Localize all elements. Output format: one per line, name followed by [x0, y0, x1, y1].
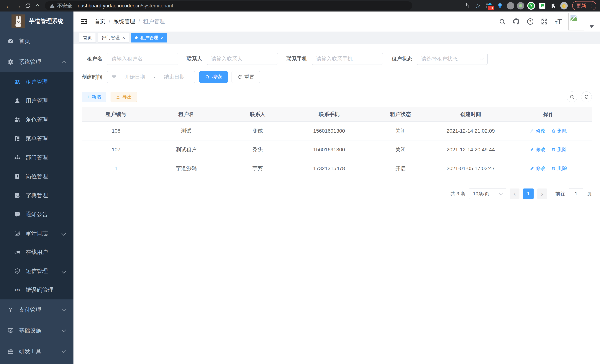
sidebar-item-role[interactable]: 角色管理 [0, 110, 74, 129]
sidebar-item-pay[interactable]: ¥ 支付管理 [0, 299, 74, 320]
browser-back-icon[interactable]: ← [4, 1, 13, 10]
chevron-down-icon [499, 191, 503, 195]
tab-tenant[interactable]: 租户管理 × [131, 33, 167, 42]
code-icon: </> [14, 287, 20, 293]
trash-icon [551, 147, 556, 152]
sidebar-item-home[interactable]: 首页 [0, 31, 74, 52]
table-row: 107 测试租户 秃头 15601691300 关闭 2021-12-14 20… [82, 140, 592, 159]
tenant-name-input[interactable] [107, 53, 178, 65]
browser-reload-icon[interactable] [23, 1, 33, 10]
page-number-current[interactable]: 1 [523, 188, 534, 199]
date-end-placeholder[interactable]: 结束日期 [158, 74, 191, 81]
browser-forward-icon[interactable]: → [13, 1, 23, 10]
goto-page-input[interactable] [569, 188, 583, 199]
users-icon [14, 79, 20, 85]
date-start-placeholder[interactable]: 开始日期 [118, 74, 151, 81]
sidebar-toggle-icon[interactable] [80, 18, 88, 25]
header-search-icon[interactable] [499, 18, 506, 25]
sidebar-item-error-code[interactable]: </> 错误码管理 [0, 280, 74, 299]
search-icon [205, 75, 210, 79]
mobile-input[interactable] [312, 53, 383, 65]
page-size-select[interactable]: 10条/页 [469, 188, 506, 199]
sidebar-item-system[interactable]: 系统管理 [0, 52, 74, 72]
sidebar-item-notice[interactable]: 通知公告 [0, 205, 74, 224]
sidebar-item-user[interactable]: 用户管理 [0, 91, 74, 110]
user-icon [14, 98, 20, 104]
help-icon[interactable]: ? [526, 18, 534, 25]
sidebar-submenu-system: 租户管理 用户管理 角色管理 菜单管理 部门管理 [0, 72, 74, 299]
edit-pen-icon [530, 166, 534, 170]
sidebar-item-label: 系统管理 [19, 58, 41, 66]
shield-check-icon [14, 268, 20, 274]
sidebar-item-audit-log[interactable]: 审计日志 [0, 224, 74, 243]
export-button[interactable]: 导出 [111, 92, 137, 102]
share-icon[interactable] [462, 1, 471, 10]
extension-chat-icon[interactable] [538, 1, 547, 10]
user-menu-caret-icon[interactable] [590, 25, 594, 28]
tab-home[interactable]: 首页 [79, 33, 96, 42]
filter-label: 联系手机 [286, 55, 307, 62]
github-icon[interactable] [512, 18, 520, 25]
next-page-button[interactable]: › [537, 188, 547, 199]
col-tenant-name: 租户名 [150, 107, 222, 122]
sidebar-item-dept[interactable]: 部门管理 [0, 148, 74, 167]
fullscreen-icon[interactable] [541, 18, 548, 25]
extension-y-icon[interactable]: Y [527, 1, 535, 10]
edit-link[interactable]: 修改 [530, 146, 545, 153]
dashboard-icon [7, 38, 14, 44]
sidebar-item-tenant[interactable]: 租户管理 [0, 72, 74, 91]
date-range-picker[interactable]: 开始日期 - 结束日期 [107, 71, 195, 83]
breadcrumb-home[interactable]: 首页 [95, 18, 105, 25]
svg-text:Y: Y [530, 4, 533, 8]
sidebar-item-menu[interactable]: 菜单管理 [0, 129, 74, 148]
profile-avatar-icon[interactable]: ☻ [560, 2, 568, 9]
contact-input[interactable] [207, 53, 278, 65]
delete-link[interactable]: 删除 [551, 165, 567, 172]
cell-tenant-id: 107 [82, 140, 150, 159]
edit-link[interactable]: 修改 [530, 128, 545, 134]
extension-tabs-icon[interactable]: 10 [485, 1, 493, 10]
screen: ← → ⌂ ! 不安全 dashboard.yudao.iocoder.cn/s… [0, 0, 600, 364]
search-button[interactable]: 搜索 [199, 71, 228, 83]
reset-button[interactable]: 重置 [232, 71, 260, 83]
browser-menu-icon[interactable]: ⋮ [589, 3, 594, 9]
browser-home-icon[interactable]: ⌂ [33, 1, 42, 10]
col-created: 创建时间 [436, 107, 505, 122]
sidebar-item-online-users[interactable]: 在线用户 [0, 243, 74, 261]
prev-page-button[interactable]: ‹ [510, 188, 519, 199]
tab-dept[interactable]: 部门管理 × [98, 33, 129, 42]
tab-close-icon[interactable]: × [161, 35, 163, 40]
extension-dot-icon[interactable] [517, 2, 524, 9]
bookmark-star-icon[interactable]: ☆ [473, 1, 482, 10]
refresh-table-button[interactable] [581, 92, 592, 102]
sidebar-item-dict[interactable]: 字典管理 [0, 186, 74, 205]
address-bar[interactable]: ! 不安全 dashboard.yudao.iocoder.cn/system/… [45, 1, 412, 10]
sidebar-item-dev-tools[interactable]: 研发工具 [0, 341, 74, 362]
sidebar-item-label: 支付管理 [19, 306, 41, 314]
extension-command-icon[interactable]: ⌘ [507, 2, 514, 9]
sidebar-logo-row[interactable]: 芋道管理系统 [0, 11, 74, 31]
edit-link[interactable]: 修改 [530, 165, 545, 172]
gear-icon [7, 59, 14, 65]
org-tree-icon [14, 154, 20, 161]
delete-link[interactable]: 删除 [551, 146, 567, 153]
browser-update-button[interactable]: 更新 ⋮ [572, 1, 596, 10]
cell-created: 2021-12-14 21:02:09 [436, 122, 505, 140]
tab-close-icon[interactable]: × [122, 35, 125, 40]
extension-kite-icon[interactable] [496, 1, 504, 10]
sidebar-item-post[interactable]: 岗位管理 [0, 167, 74, 186]
add-button[interactable]: + 新增 [82, 92, 106, 102]
security-warning-icon[interactable]: ! [50, 4, 55, 8]
show-search-button[interactable] [567, 92, 577, 102]
chevron-down-icon [61, 231, 66, 236]
sidebar-item-sms[interactable]: 短信管理 [0, 261, 74, 280]
font-size-icon[interactable]: TT [555, 18, 562, 25]
user-avatar[interactable] [568, 13, 584, 30]
delete-link[interactable]: 删除 [551, 128, 567, 134]
sidebar-item-infra[interactable]: 基础设施 [0, 320, 74, 341]
extensions-puzzle-icon[interactable] [549, 1, 558, 10]
status-select[interactable]: 请选择租户状态 [417, 53, 488, 65]
sidebar-item-label: 岗位管理 [26, 173, 48, 180]
breadcrumb-system[interactable]: 系统管理 [113, 18, 135, 25]
tree-list-icon [14, 135, 20, 142]
